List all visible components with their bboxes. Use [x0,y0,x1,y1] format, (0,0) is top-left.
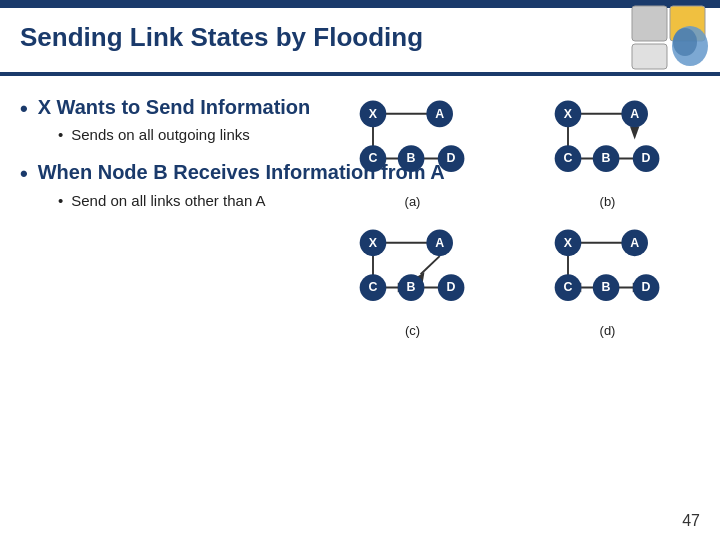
graph-b-svg: X A C B D [528,90,688,190]
diagram-d-label: (d) [600,323,616,338]
svg-text:C: C [563,280,572,294]
diagram-c: X A C B D (c) [320,219,505,338]
bullet-sub-dot-2: • [58,192,63,209]
decoration-image [630,4,710,74]
graph-d-svg: X A C B D [528,219,688,319]
svg-text:B: B [601,151,610,165]
bullet-sub-2-text: Send on all links other than A [71,192,265,209]
diagram-a-label: (a) [405,194,421,209]
diagram-b-label: (b) [600,194,616,209]
page-number: 47 [682,512,700,530]
svg-line-44 [420,256,439,274]
svg-text:B: B [406,151,415,165]
title-underline [0,72,720,76]
diagram-d: X A C B D (d) [515,219,700,338]
svg-text:X: X [368,107,377,121]
bullet-dot-2: • [20,161,28,187]
svg-rect-2 [632,44,667,69]
bullet-main-1-text: X Wants to Send Information [38,96,311,119]
slide: Sending Link States by Flooding • X Want… [0,0,720,540]
svg-text:A: A [435,236,444,250]
diagrams-container: X A C B D (a) [320,90,700,338]
svg-text:D: D [641,280,650,294]
bullet-sub-dot-1: • [58,126,63,143]
diagram-b: X A C B D (b) [515,90,700,209]
svg-text:X: X [563,236,572,250]
svg-text:D: D [446,280,455,294]
svg-text:D: D [446,151,455,165]
svg-text:C: C [368,151,377,165]
diagram-a: X A C B D (a) [320,90,505,209]
svg-rect-0 [632,6,667,41]
svg-text:B: B [601,280,610,294]
title-bar: Sending Link States by Flooding [0,8,620,63]
top-bar [0,0,720,8]
graph-a-svg: X A C B D [333,90,493,190]
svg-text:X: X [563,107,572,121]
graph-c-svg: X A C B D [333,219,493,319]
diagram-c-label: (c) [405,323,420,338]
svg-point-4 [673,28,697,56]
slide-title: Sending Link States by Flooding [20,22,423,52]
svg-text:C: C [368,280,377,294]
svg-text:B: B [406,280,415,294]
svg-marker-27 [629,126,639,139]
svg-text:A: A [435,107,444,121]
svg-text:A: A [630,236,639,250]
svg-text:A: A [630,107,639,121]
bullet-sub-1-text: Sends on all outgoing links [71,126,249,143]
bullet-dot-1: • [20,96,28,122]
svg-text:D: D [641,151,650,165]
svg-text:C: C [563,151,572,165]
svg-text:X: X [368,236,377,250]
